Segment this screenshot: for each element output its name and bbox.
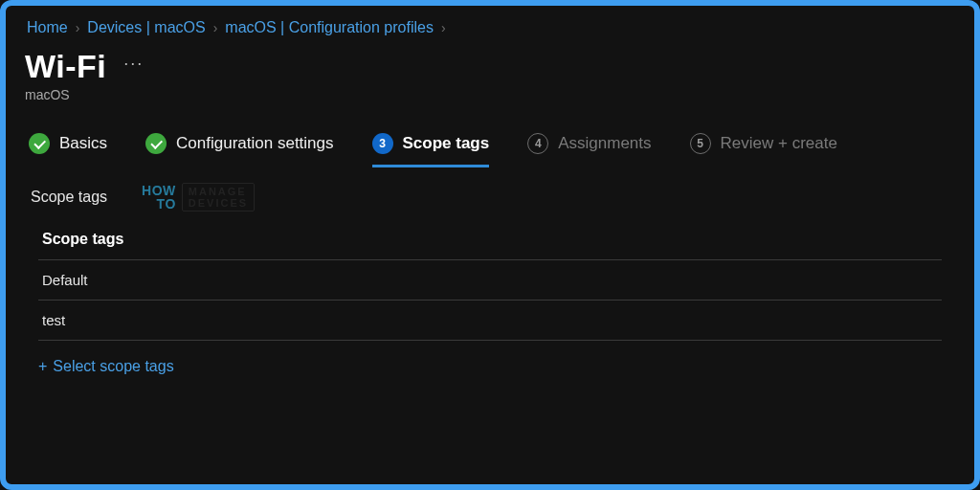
breadcrumb-item[interactable]: macOS | Configuration profiles (225, 19, 434, 36)
breadcrumb: Home › Devices | macOS › macOS | Configu… (25, 15, 955, 48)
step-assignments[interactable]: 4 Assignments (527, 133, 651, 166)
table-row[interactable]: test (38, 301, 942, 341)
more-actions-button[interactable]: ··· (123, 54, 144, 79)
step-label: Scope tags (403, 134, 490, 153)
table-row[interactable]: Default (38, 260, 942, 301)
breadcrumb-item[interactable]: Devices | macOS (87, 19, 205, 36)
section-heading: Scope tags (31, 189, 107, 206)
step-number-icon: 4 (527, 133, 548, 154)
page-subtitle: macOS (25, 87, 955, 102)
step-scope-tags[interactable]: 3 Scope tags (372, 133, 490, 166)
step-label: Review + create (721, 134, 837, 153)
step-number-icon: 3 (372, 133, 393, 154)
wizard-steps: Basics Configuration settings 3 Scope ta… (25, 127, 955, 166)
chevron-right-icon: › (441, 20, 446, 35)
watermark-logo: HOW TO MANAGE DEVICES (142, 183, 255, 212)
select-scope-tags-label: Select scope tags (53, 358, 173, 375)
check-icon (145, 133, 167, 154)
step-number-icon: 5 (690, 133, 711, 154)
watermark-text: MANAGE (189, 186, 248, 197)
select-scope-tags-button[interactable]: + Select scope tags (38, 358, 955, 375)
plus-icon: + (38, 358, 47, 375)
step-review-create[interactable]: 5 Review + create (690, 133, 837, 166)
scope-tags-table: Scope tags Default test (38, 231, 942, 341)
step-label: Configuration settings (176, 134, 333, 153)
chevron-right-icon: › (76, 20, 80, 35)
step-configuration-settings[interactable]: Configuration settings (145, 133, 333, 166)
watermark-text: DEVICES (189, 197, 248, 209)
step-label: Assignments (558, 134, 651, 153)
breadcrumb-item[interactable]: Home (27, 19, 68, 36)
step-label: Basics (59, 134, 107, 153)
step-basics[interactable]: Basics (29, 133, 107, 166)
page-title: Wi-Fi (25, 48, 106, 85)
chevron-right-icon: › (213, 20, 218, 35)
watermark-text: TO (142, 197, 176, 211)
table-header: Scope tags (38, 231, 942, 260)
check-icon (29, 133, 50, 154)
watermark-text: HOW (142, 184, 176, 197)
